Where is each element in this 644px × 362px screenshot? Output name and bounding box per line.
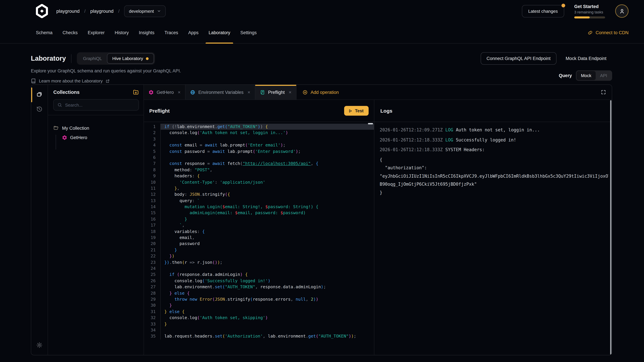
gear-icon [36,342,42,348]
close-icon[interactable]: × [289,89,292,95]
collections-rail-button[interactable] [31,87,48,102]
script-icon [260,90,265,95]
query-label: Query [559,73,572,78]
hive-logo-icon[interactable] [35,4,49,18]
nav-item-history[interactable]: History [110,22,134,43]
nav-item-explorer[interactable]: Explorer [83,22,110,43]
add-operation-button[interactable]: Add operation [296,85,345,99]
breadcrumb: playground / playground / development [56,5,166,17]
search-input[interactable] [65,102,135,107]
line-number: 7 [144,161,160,167]
code-line: 27 lab.environment.set("AUTH_TOKEN", res… [144,284,374,290]
line-number: 2 [144,130,160,136]
breadcrumb-separator: / [84,8,86,14]
mock-endpoint-button[interactable]: Mock Data Endpoint [560,53,612,64]
code-line-content: method: "POST", [160,167,374,173]
nav-item-insights[interactable]: Insights [134,22,160,43]
test-button[interactable]: Test [344,106,368,116]
line-number: 28 [144,290,160,296]
fullscreen-icon [601,89,606,95]
code-line-content: const email = await lab.prompt('Enter em… [160,142,374,148]
code-line-content: const response = await fetch("http://loc… [160,161,374,167]
query-mode-mock[interactable]: Mock [576,71,596,80]
connect-to-cdn-link[interactable]: Connect to CDN [588,22,628,43]
close-icon[interactable]: × [248,89,250,95]
latest-changes-button[interactable]: Latest changes [522,5,564,17]
breadcrumb-separator: / [118,8,120,14]
logs-scrollbar[interactable] [610,100,612,355]
editor-scroll-thumb[interactable] [368,123,373,124]
line-number: 3 [144,136,160,142]
nav-item-traces[interactable]: Traces [160,22,183,43]
history-rail-button[interactable] [31,102,48,116]
line-number: 24 [144,266,160,272]
code-line: 12 body: JSON.stringify({ [144,192,374,198]
code-line: 26 console.log('Successfully logged in!'… [144,278,374,284]
code-line: 14 mutation Login($email: String!, $pass… [144,204,374,210]
line-number: 4 [144,142,160,148]
collections-icon [36,91,42,97]
collections-tree: My Collection GetHero [48,115,144,355]
code-line: 15 adminLogin(email: $email, password: $… [144,210,374,216]
code-line-content: console.log('Successfully logged in!') [160,278,374,284]
code-line: 3 [144,136,374,142]
fullscreen-button[interactable] [595,85,612,99]
add-collection-button[interactable] [133,89,139,95]
code-line: 20 password [144,241,374,247]
play-icon [348,108,352,113]
laboratory-panel: Collections My Collection GetHero [31,84,612,355]
logs-title: Logs [380,108,392,114]
code-line: 2 console.log('Auth token not set, loggi… [144,130,374,136]
nav-item-settings[interactable]: Settings [235,22,262,43]
notification-dot [562,3,565,7]
nav-item-laboratory[interactable]: Laboratory [204,22,235,43]
link-icon [588,30,592,35]
preflight-code-editor[interactable]: 1if (!lab.environment.get("AUTH_TOKEN"))… [144,122,374,355]
get-started-widget[interactable]: Get Started 3 remaining tasks [574,4,605,18]
toggle-graphiql[interactable]: GraphiQL [78,54,107,63]
environment-selector[interactable]: development [124,5,166,17]
code-line: 31} else { [144,309,374,315]
tab-preflight[interactable]: Preflight× [255,85,296,99]
search-icon [57,103,62,107]
collection-folder-item[interactable]: My Collection [48,123,144,133]
close-icon[interactable]: × [178,89,180,95]
code-line: 35lab.request.headers.set('Authorization… [144,333,374,340]
log-json-line: "eyJhbGciOiJIUzI1NiIsInR5cCI6IkpXVCJ9.ey… [380,172,608,180]
code-line: 1if (!lab.environment.get("AUTH_TOKEN"))… [144,124,374,130]
tab-label: Preflight [268,90,284,95]
tab-gethero[interactable]: GetHero× [144,85,186,99]
preflight-editor-panel: Preflight Test 1if (!lab.environment.get… [144,100,374,355]
line-number: 30 [144,303,160,309]
code-line-content: }).then(r => r.json()); [160,259,374,266]
settings-rail-button[interactable] [31,338,48,352]
breadcrumb-org[interactable]: playground [56,8,80,14]
editor-title: Preflight [149,108,170,114]
line-number: 16 [144,216,160,222]
plus-circle-icon [302,90,308,95]
line-number: 5 [144,148,160,155]
header-right: Latest changes Get Started 3 remaining t… [522,4,628,18]
tab-environment-variables[interactable]: Environment Variables× [186,85,255,99]
code-line: 25 if (response.data.adminLogin) { [144,272,374,278]
line-number: 15 [144,210,160,216]
code-line: 33} [144,321,374,327]
nav-item-schema[interactable]: Schema [31,22,58,43]
query-mode-api[interactable]: API [596,71,612,80]
icon-rail [31,85,48,355]
line-number: 29 [144,296,160,303]
tree-indent-guide [56,135,56,149]
connect-endpoint-button[interactable]: Connect GraphQL API Endpoint [480,52,556,65]
nav-item-checks[interactable]: Checks [58,22,83,43]
graphql-icon [148,90,154,95]
user-avatar[interactable] [615,4,628,18]
code-line-content: body: JSON.stringify({ [160,192,374,198]
code-line: 4 const email = await lab.prompt('Enter … [144,142,374,148]
nav-item-apps[interactable]: Apps [183,22,204,43]
person-icon [619,8,625,14]
code-line-content: `, [160,222,374,229]
operation-item[interactable]: GetHero [48,133,144,142]
breadcrumb-project[interactable]: playground [90,8,114,14]
line-number: 31 [144,309,160,315]
toggle-hive-laboratory[interactable]: Hive Laboratory [107,53,154,64]
